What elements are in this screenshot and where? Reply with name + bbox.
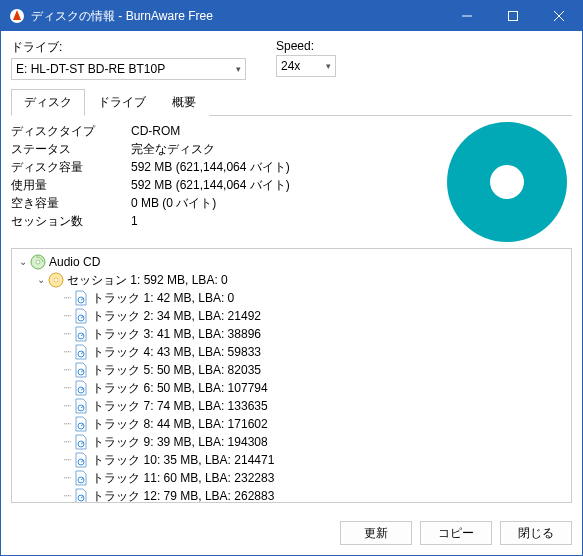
- tree-label: トラック 10: 35 MB, LBA: 214471: [92, 451, 274, 469]
- tree-track[interactable]: ┈トラック 10: 35 MB, LBA: 214471: [16, 451, 567, 469]
- track-icon: [73, 488, 89, 503]
- track-icon: [73, 398, 89, 414]
- cd-icon: [30, 254, 46, 270]
- app-icon: [9, 8, 25, 24]
- info-key: 使用量: [11, 176, 131, 194]
- track-icon: [73, 308, 89, 324]
- info-key: ディスクタイプ: [11, 122, 131, 140]
- tree-label: トラック 4: 43 MB, LBA: 59833: [92, 343, 261, 361]
- track-icon: [73, 434, 89, 450]
- tree-label: トラック 8: 44 MB, LBA: 171602: [92, 415, 267, 433]
- collapse-icon[interactable]: ⌄: [16, 253, 30, 271]
- tree-track[interactable]: ┈トラック 5: 50 MB, LBA: 82035: [16, 361, 567, 379]
- drive-select[interactable]: E: HL-DT-ST BD-RE BT10P ▾: [11, 58, 246, 80]
- tree-track[interactable]: ┈トラック 7: 74 MB, LBA: 133635: [16, 397, 567, 415]
- svg-rect-2: [509, 12, 518, 21]
- info-val: 592 MB (621,144,064 バイト): [131, 158, 437, 176]
- tree-line-icon: ┈: [64, 379, 71, 397]
- speed-group: Speed: 24x ▾: [276, 39, 336, 80]
- svg-point-8: [54, 278, 58, 282]
- tab-overview[interactable]: 概要: [159, 89, 209, 116]
- info-area: ディスクタイプCD-ROM ステータス完全なディスク ディスク容量592 MB …: [11, 122, 572, 242]
- tree-track[interactable]: ┈トラック 11: 60 MB, LBA: 232283: [16, 469, 567, 487]
- window-controls: [444, 1, 582, 31]
- disc-visual: [447, 122, 567, 242]
- tree-label: トラック 2: 34 MB, LBA: 21492: [92, 307, 261, 325]
- track-icon: [73, 416, 89, 432]
- minimize-button[interactable]: [444, 1, 490, 31]
- track-icon: [73, 452, 89, 468]
- tree-line-icon: ┈: [64, 289, 71, 307]
- refresh-button[interactable]: 更新: [340, 521, 412, 545]
- info-val: 完全なディスク: [131, 140, 437, 158]
- session-icon: [48, 272, 64, 288]
- collapse-icon[interactable]: ⌄: [34, 271, 48, 289]
- speed-value: 24x: [281, 59, 300, 73]
- tree-label: Audio CD: [49, 253, 100, 271]
- tree-track[interactable]: ┈トラック 6: 50 MB, LBA: 107794: [16, 379, 567, 397]
- track-icon: [73, 344, 89, 360]
- tree-track[interactable]: ┈トラック 4: 43 MB, LBA: 59833: [16, 343, 567, 361]
- tree-line-icon: ┈: [64, 433, 71, 451]
- drive-value: E: HL-DT-ST BD-RE BT10P: [16, 62, 165, 76]
- chevron-down-icon: ▾: [236, 64, 241, 74]
- tree-label: トラック 1: 42 MB, LBA: 0: [92, 289, 234, 307]
- tree-label: トラック 9: 39 MB, LBA: 194308: [92, 433, 267, 451]
- tree-label: トラック 11: 60 MB, LBA: 232283: [92, 469, 274, 487]
- tree-line-icon: ┈: [64, 397, 71, 415]
- drive-label: ドライブ:: [11, 39, 246, 56]
- tab-drive[interactable]: ドライブ: [85, 89, 159, 116]
- tree-line-icon: ┈: [64, 415, 71, 433]
- track-icon: [73, 380, 89, 396]
- tree-line-icon: ┈: [64, 343, 71, 361]
- info-key: セッション数: [11, 212, 131, 230]
- tree-label: トラック 6: 50 MB, LBA: 107794: [92, 379, 267, 397]
- tab-bar: ディスク ドライブ 概要: [11, 88, 572, 116]
- track-icon: [73, 290, 89, 306]
- tree-label: セッション 1: 592 MB, LBA: 0: [67, 271, 228, 289]
- info-table: ディスクタイプCD-ROM ステータス完全なディスク ディスク容量592 MB …: [11, 122, 437, 242]
- footer: 更新 コピー 閉じる: [1, 511, 582, 555]
- copy-button[interactable]: コピー: [420, 521, 492, 545]
- tree-line-icon: ┈: [64, 487, 71, 503]
- info-val: 1: [131, 212, 437, 230]
- close-button[interactable]: [536, 1, 582, 31]
- info-key: 空き容量: [11, 194, 131, 212]
- tree-track[interactable]: ┈トラック 3: 41 MB, LBA: 38896: [16, 325, 567, 343]
- svg-point-6: [36, 260, 40, 264]
- tree-track[interactable]: ┈トラック 9: 39 MB, LBA: 194308: [16, 433, 567, 451]
- tree-root[interactable]: ⌄Audio CD: [16, 253, 567, 271]
- info-val: 0 MB (0 バイト): [131, 194, 437, 212]
- tree-track[interactable]: ┈トラック 2: 34 MB, LBA: 21492: [16, 307, 567, 325]
- disc-hole-icon: [490, 165, 524, 199]
- maximize-button[interactable]: [490, 1, 536, 31]
- tree-label: トラック 12: 79 MB, LBA: 262883: [92, 487, 274, 503]
- chevron-down-icon: ▾: [326, 61, 331, 71]
- close-dialog-button[interactable]: 閉じる: [500, 521, 572, 545]
- titlebar: ディスクの情報 - BurnAware Free: [1, 1, 582, 31]
- tree-label: トラック 5: 50 MB, LBA: 82035: [92, 361, 261, 379]
- window-title: ディスクの情報 - BurnAware Free: [31, 8, 444, 25]
- tree-track[interactable]: ┈トラック 8: 44 MB, LBA: 171602: [16, 415, 567, 433]
- tree-line-icon: ┈: [64, 361, 71, 379]
- track-tree[interactable]: ⌄Audio CD⌄セッション 1: 592 MB, LBA: 0┈トラック 1…: [11, 248, 572, 503]
- info-val: 592 MB (621,144,064 バイト): [131, 176, 437, 194]
- info-key: ディスク容量: [11, 158, 131, 176]
- tree-line-icon: ┈: [64, 307, 71, 325]
- app-window: ディスクの情報 - BurnAware Free ドライブ: E: HL-DT-…: [0, 0, 583, 556]
- info-key: ステータス: [11, 140, 131, 158]
- tree-line-icon: ┈: [64, 325, 71, 343]
- tree-track[interactable]: ┈トラック 1: 42 MB, LBA: 0: [16, 289, 567, 307]
- tree-line-icon: ┈: [64, 451, 71, 469]
- speed-label: Speed:: [276, 39, 336, 53]
- track-icon: [73, 362, 89, 378]
- selector-row: ドライブ: E: HL-DT-ST BD-RE BT10P ▾ Speed: 2…: [11, 39, 572, 80]
- tree-track[interactable]: ┈トラック 12: 79 MB, LBA: 262883: [16, 487, 567, 503]
- track-icon: [73, 470, 89, 486]
- tree-session[interactable]: ⌄セッション 1: 592 MB, LBA: 0: [16, 271, 567, 289]
- speed-select[interactable]: 24x ▾: [276, 55, 336, 77]
- track-icon: [73, 326, 89, 342]
- tree-line-icon: ┈: [64, 469, 71, 487]
- tree-label: トラック 7: 74 MB, LBA: 133635: [92, 397, 267, 415]
- tab-disc[interactable]: ディスク: [11, 89, 85, 116]
